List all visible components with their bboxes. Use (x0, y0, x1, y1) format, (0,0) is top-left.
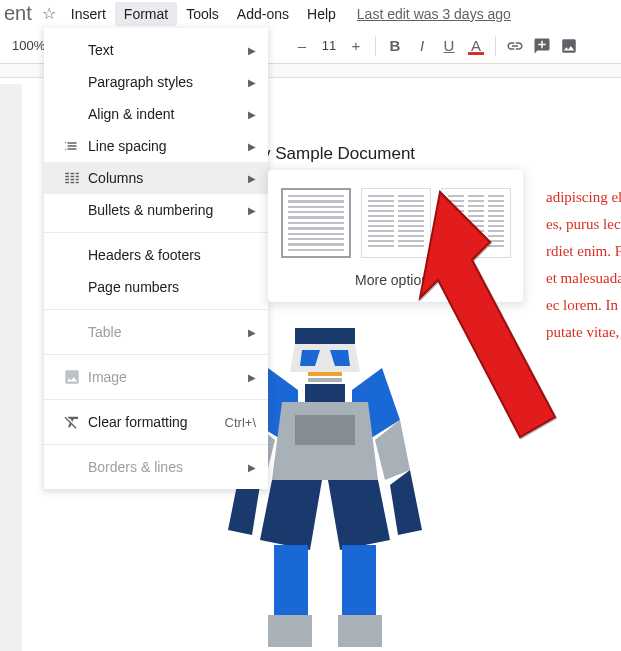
columns-option-3[interactable] (441, 188, 511, 258)
svg-marker-13 (260, 480, 322, 550)
menu-format[interactable]: Format (115, 2, 177, 26)
format-menu-page-numbers[interactable]: Page numbers (44, 271, 268, 303)
format-menu-align-indent[interactable]: Align & indent▶ (44, 98, 268, 130)
document-title: v Sample Document (262, 144, 415, 164)
svg-rect-18 (338, 615, 382, 647)
insert-image-button[interactable] (557, 34, 581, 58)
format-menu-bullets-numbering[interactable]: Bullets & numbering▶ (44, 194, 268, 226)
columns-option-1[interactable] (281, 188, 351, 258)
menu-help[interactable]: Help (298, 2, 345, 26)
format-menu-line-spacing[interactable]: Line spacing▶ (44, 130, 268, 162)
menu-tools[interactable]: Tools (177, 2, 228, 26)
format-menu-headers-footers[interactable]: Headers & footers (44, 239, 268, 271)
bold-button[interactable]: B (383, 34, 407, 58)
svg-marker-1 (290, 344, 360, 372)
svg-rect-16 (342, 545, 376, 615)
last-edit-link[interactable]: Last edit was 3 days ago (357, 6, 511, 22)
more-options-button[interactable]: More options (280, 258, 511, 292)
menu-insert[interactable]: Insert (62, 2, 115, 26)
add-comment-button[interactable] (530, 34, 554, 58)
format-menu-paragraph-styles[interactable]: Paragraph styles▶ (44, 66, 268, 98)
star-icon[interactable]: ☆ (42, 4, 56, 23)
svg-rect-15 (274, 545, 308, 615)
italic-button[interactable]: I (410, 34, 434, 58)
format-menu-clear-formatting[interactable]: Clear formattingCtrl+\ (44, 406, 268, 438)
doc-name-cutoff: ent (4, 2, 32, 25)
menu-addons[interactable]: Add-ons (228, 2, 298, 26)
svg-marker-20 (390, 470, 422, 535)
svg-marker-14 (328, 480, 390, 550)
text-color-button[interactable]: A (464, 34, 488, 58)
format-menu-borders-lines[interactable]: Borders & lines▶ (44, 451, 268, 483)
insert-link-button[interactable] (503, 34, 527, 58)
svg-rect-4 (308, 372, 342, 376)
columns-option-2[interactable] (361, 188, 431, 258)
columns-submenu: More options (268, 170, 523, 302)
underline-button[interactable]: U (437, 34, 461, 58)
format-menu-table[interactable]: Table▶ (44, 316, 268, 348)
svg-rect-5 (308, 378, 342, 382)
svg-rect-0 (295, 328, 355, 344)
format-menu-image[interactable]: Image▶ (44, 361, 268, 393)
format-dropdown: Text▶Paragraph styles▶Align & indent▶Lin… (44, 28, 268, 489)
font-decrease-button[interactable]: – (290, 34, 314, 58)
svg-rect-17 (268, 615, 312, 647)
svg-rect-6 (305, 384, 345, 402)
format-menu-columns[interactable]: Columns▶ (44, 162, 268, 194)
menubar: ent ☆ Insert Format Tools Add-ons Help L… (0, 0, 621, 28)
red-body-text: adipiscing elites, purus lecturdiet enim… (546, 184, 621, 346)
format-menu-text[interactable]: Text▶ (44, 34, 268, 66)
font-size-input[interactable]: 11 (317, 38, 341, 53)
font-increase-button[interactable]: + (344, 34, 368, 58)
svg-rect-12 (295, 415, 355, 445)
